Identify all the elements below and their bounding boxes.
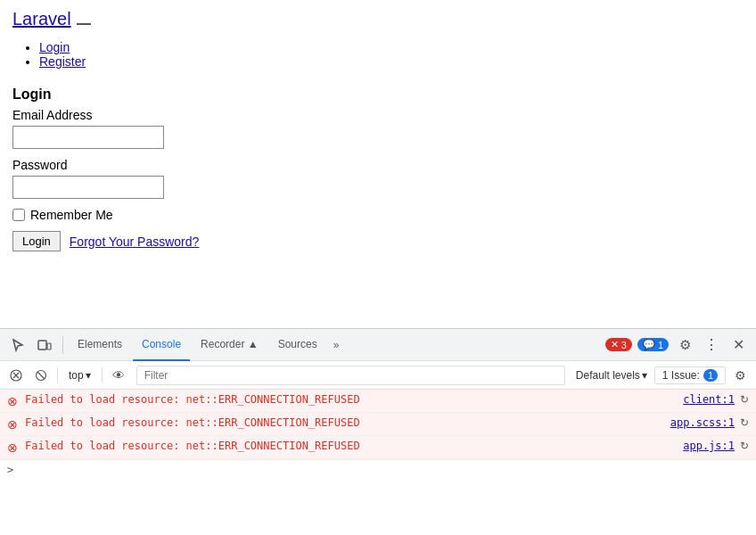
devtools-toolbar: Elements Console Recorder ▲ Sources » ✕ … (0, 329, 756, 361)
close-devtools-btn[interactable]: ✕ (726, 333, 751, 358)
log-text-0: Failed to load resource: net::ERR_CONNEC… (25, 393, 676, 406)
log-source-1[interactable]: app.scss:1 (670, 416, 735, 429)
log-source-2[interactable]: app.js:1 (683, 440, 735, 452)
nav-list: Login Register (12, 40, 744, 69)
levels-arrow: ▾ (642, 369, 647, 382)
password-input[interactable] (12, 176, 164, 199)
log-text-2: Failed to load resource: net::ERR_CONNEC… (25, 440, 676, 452)
console-filter-input[interactable] (136, 366, 565, 385)
more-tabs-btn[interactable]: » (328, 335, 345, 355)
site-brand[interactable]: Laravel (12, 9, 91, 29)
console-separator-1 (57, 367, 58, 383)
issues-label: 1 Issue: (662, 369, 700, 382)
error-icon-0: ⊗ (7, 394, 18, 408)
live-expressions-btn[interactable]: 👁 (108, 365, 129, 386)
device-toggle-btn[interactable] (32, 333, 57, 358)
page-content: Laravel Login Register Login Email Addre… (0, 0, 756, 330)
email-label: Email Address (12, 108, 744, 122)
message-badge: 💬 1 (637, 338, 669, 351)
reload-icon-0[interactable]: ↻ (740, 393, 749, 406)
nav-link-login[interactable]: Login (39, 40, 70, 54)
prompt-chevron-icon: > (7, 464, 13, 476)
nav-item-register[interactable]: Register (39, 54, 744, 69)
inspect-icon-btn[interactable] (5, 333, 30, 358)
tab-elements[interactable]: Elements (69, 329, 131, 361)
cursor-icon (11, 338, 25, 352)
log-entry-2: ⊗ Failed to load resource: net::ERR_CONN… (0, 436, 756, 459)
tab-sources[interactable]: Sources (269, 329, 326, 361)
svg-line-6 (37, 372, 45, 379)
hide-network-btn[interactable] (30, 365, 52, 386)
error-x-icon: ✕ (611, 339, 619, 350)
nav-link-register[interactable]: Register (39, 54, 86, 69)
login-section: Login Email Address Password Remember Me… (12, 86, 744, 251)
reload-icon-1[interactable]: ↻ (740, 416, 749, 429)
console-prompt[interactable]: > (0, 459, 756, 480)
password-form-group: Password (12, 158, 744, 199)
log-text-1: Failed to load resource: net::ERR_CONNEC… (25, 416, 663, 429)
message-count: 1 (658, 340, 663, 350)
password-label: Password (12, 158, 744, 172)
error-icon-2: ⊗ (7, 440, 18, 455)
context-label: top (69, 369, 84, 382)
site-title-link[interactable]: Laravel (12, 9, 71, 29)
log-source-0[interactable]: client:1 (683, 393, 735, 406)
device-icon (37, 338, 52, 352)
ban-icon (35, 369, 47, 382)
console-toolbar: top ▾ 👁 Default levels ▾ 1 Issue: 1 ⚙ (0, 361, 756, 390)
console-settings-btn[interactable]: ⚙ (729, 365, 751, 386)
remember-label: Remember Me (30, 208, 113, 222)
nav-item-login[interactable]: Login (39, 40, 744, 54)
forgot-password-link[interactable]: Forgot Your Password? (70, 235, 200, 249)
error-badge: ✕ 3 (605, 338, 632, 351)
console-separator-2 (102, 367, 103, 383)
svg-rect-0 (38, 341, 46, 350)
hamburger-icon (77, 16, 91, 25)
console-log-area: ⊗ Failed to load resource: net::ERR_CONN… (0, 390, 756, 535)
login-actions: Login Forgot Your Password? (12, 231, 744, 251)
login-button[interactable]: Login (12, 231, 61, 251)
email-form-group: Email Address (12, 108, 744, 149)
levels-label: Default levels (576, 369, 640, 382)
context-selector[interactable]: top ▾ (63, 367, 96, 383)
login-heading: Login (12, 86, 744, 103)
devtools-panel: Elements Console Recorder ▲ Sources » ✕ … (0, 328, 756, 535)
tab-recorder[interactable]: Recorder ▲ (192, 329, 267, 361)
remember-row: Remember Me (12, 208, 744, 222)
clear-console-btn[interactable] (5, 365, 27, 386)
tab-console[interactable]: Console (133, 329, 190, 361)
log-levels-selector[interactable]: Default levels ▾ (572, 367, 651, 383)
issues-count: 1 (703, 369, 718, 382)
clear-icon (10, 369, 22, 382)
issues-badge[interactable]: 1 Issue: 1 (654, 366, 726, 384)
settings-btn[interactable]: ⚙ (672, 333, 697, 358)
more-options-btn[interactable]: ⋮ (699, 333, 724, 358)
svg-rect-1 (47, 343, 51, 350)
reload-icon-2[interactable]: ↻ (740, 440, 749, 452)
toolbar-separator-1 (62, 336, 63, 354)
remember-checkbox[interactable] (12, 209, 25, 221)
error-icon-1: ⊗ (7, 417, 18, 432)
error-count: 3 (621, 340, 627, 350)
context-arrow: ▾ (86, 369, 91, 382)
email-input[interactable] (12, 126, 164, 149)
log-entry-1: ⊗ Failed to load resource: net::ERR_CONN… (0, 413, 756, 436)
message-icon: 💬 (643, 339, 655, 350)
log-entry-0: ⊗ Failed to load resource: net::ERR_CONN… (0, 390, 756, 413)
